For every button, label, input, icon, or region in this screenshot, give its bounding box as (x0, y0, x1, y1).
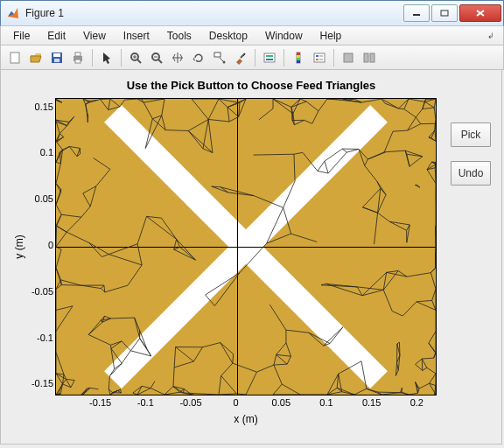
toolbar-separator (284, 49, 284, 66)
svg-line-337 (60, 126, 66, 134)
open-icon[interactable] (26, 48, 46, 67)
x-tick-label: 0.15 (354, 397, 389, 408)
y-tick-label: 0 (25, 240, 53, 250)
svg-line-400 (304, 120, 312, 123)
svg-line-232 (71, 381, 74, 388)
minimize-button[interactable] (403, 4, 430, 22)
svg-line-221 (137, 244, 142, 265)
close-button[interactable] (459, 4, 501, 22)
menu-window[interactable]: Window (256, 28, 312, 44)
svg-line-259 (128, 265, 142, 285)
svg-line-308 (206, 273, 240, 295)
svg-line-16 (158, 60, 162, 63)
svg-line-449 (359, 149, 368, 159)
link-icon[interactable] (260, 48, 279, 67)
svg-line-270 (89, 242, 109, 254)
svg-line-476 (362, 188, 380, 207)
svg-line-285 (294, 120, 304, 124)
svg-line-503 (90, 388, 99, 388)
svg-rect-28 (314, 53, 325, 62)
menu-file[interactable]: File (4, 28, 38, 44)
new-figure-icon[interactable] (5, 48, 24, 67)
svg-line-198 (422, 358, 433, 359)
svg-line-92 (318, 99, 327, 111)
svg-line-105 (382, 99, 399, 108)
x-tick-label: -0.1 (128, 397, 163, 408)
svg-line-238 (416, 117, 420, 124)
svg-line-80 (236, 394, 246, 395)
svg-line-460 (423, 108, 435, 109)
show-plot-tools-icon[interactable] (360, 48, 379, 67)
svg-line-112 (409, 99, 425, 102)
brush-icon[interactable] (231, 48, 250, 67)
figure-stage: Use the Pick Button to Choose Feed Trian… (0, 70, 502, 444)
undo-button[interactable]: Undo (451, 161, 491, 186)
svg-line-352 (122, 341, 130, 351)
pan-icon[interactable] (168, 48, 187, 67)
svg-line-373 (233, 363, 257, 372)
svg-line-535 (86, 104, 88, 116)
pointer-icon[interactable] (97, 48, 116, 67)
print-icon[interactable] (68, 48, 88, 67)
svg-rect-10 (75, 60, 80, 63)
svg-line-452 (419, 383, 430, 388)
svg-line-364 (402, 302, 416, 316)
svg-line-504 (203, 119, 208, 148)
menu-desktop[interactable]: Desktop (200, 28, 256, 44)
zoom-out-icon[interactable] (147, 48, 166, 67)
svg-line-237 (208, 119, 229, 121)
menu-view[interactable]: View (74, 28, 115, 44)
svg-line-518 (274, 365, 282, 384)
rotate-icon[interactable] (189, 48, 208, 67)
svg-line-444 (405, 150, 423, 157)
menu-help[interactable]: Help (312, 28, 351, 44)
menu-edit[interactable]: Edit (38, 28, 74, 44)
maximize-button[interactable] (431, 4, 458, 22)
svg-line-398 (111, 348, 122, 363)
dock-arrow-icon[interactable]: ↲ (487, 32, 500, 40)
svg-line-437 (416, 359, 423, 364)
hide-plot-tools-icon[interactable] (339, 48, 358, 67)
legend-icon[interactable] (310, 48, 329, 67)
colorbar-icon[interactable] (289, 48, 308, 67)
axes[interactable] (55, 98, 437, 396)
svg-line-389 (81, 285, 102, 288)
svg-line-97 (327, 374, 339, 395)
svg-line-393 (206, 295, 215, 306)
svg-line-235 (229, 116, 239, 122)
svg-line-370 (188, 130, 213, 152)
svg-line-191 (427, 368, 436, 374)
svg-rect-7 (54, 59, 60, 62)
svg-line-360 (111, 348, 115, 368)
svg-line-397 (111, 341, 122, 348)
data-cursor-icon[interactable] (210, 48, 229, 67)
svg-line-529 (384, 131, 393, 152)
zoom-in-icon[interactable] (126, 48, 145, 67)
svg-line-200 (286, 343, 290, 356)
save-icon[interactable] (47, 48, 66, 67)
svg-line-61 (144, 99, 164, 102)
svg-line-116 (434, 99, 436, 108)
svg-line-74 (219, 394, 236, 395)
svg-line-480 (66, 379, 75, 380)
toolbar-separator (121, 49, 122, 66)
menu-tools[interactable]: Tools (158, 28, 200, 44)
svg-line-148 (56, 189, 61, 204)
svg-line-64 (150, 388, 164, 395)
svg-line-446 (81, 388, 90, 394)
pick-button[interactable]: Pick (451, 122, 491, 147)
svg-line-142 (56, 164, 60, 184)
svg-line-207 (359, 149, 365, 165)
svg-line-56 (124, 99, 137, 100)
svg-line-524 (60, 134, 63, 137)
svg-line-85 (273, 384, 282, 395)
svg-rect-4 (10, 52, 19, 63)
svg-line-498 (294, 152, 303, 154)
svg-line-536 (429, 343, 436, 354)
menu-insert[interactable]: Insert (115, 28, 158, 44)
svg-line-227 (276, 354, 287, 364)
svg-rect-18 (214, 52, 220, 57)
svg-line-405 (88, 322, 102, 334)
svg-line-517 (111, 341, 122, 345)
svg-line-406 (88, 335, 110, 346)
